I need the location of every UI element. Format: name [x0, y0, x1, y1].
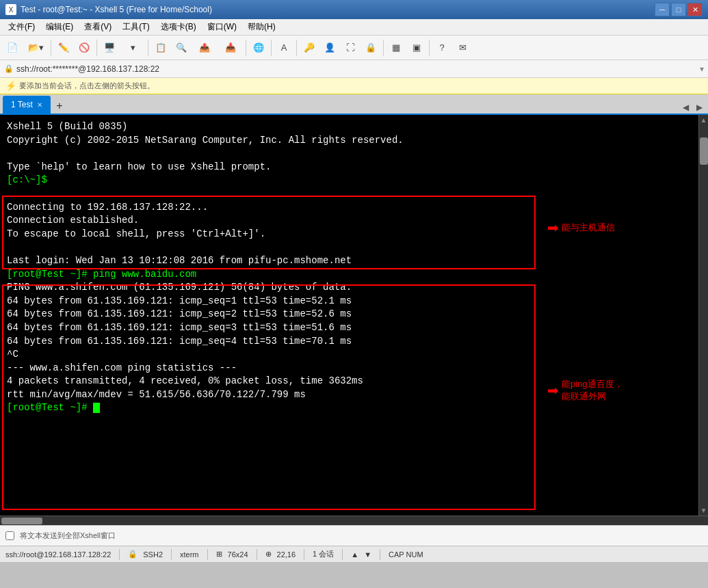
close-button[interactable]: ✕: [687, 3, 703, 16]
t-line-16: 64 bytes from 61.135.169.121: icmp_seq=4…: [7, 336, 352, 347]
status-sep-5: [304, 549, 304, 560]
status-lock-icon: 🔒: [128, 550, 137, 559]
annotation-ping: ➡ 能ping通百度， 能联通外网: [547, 378, 623, 403]
status-sep-4: [257, 549, 257, 560]
new-session-button[interactable]: 📄: [3, 38, 22, 57]
monitor-down-button[interactable]: ▾: [120, 38, 145, 57]
status-protocol: SSH2: [143, 550, 163, 559]
address-text: ssh://root:********@192.168.137.128:22: [16, 64, 159, 74]
search-button[interactable]: 🔍: [172, 38, 191, 57]
t-line-20: rtt min/avg/max/mdev = 51.615/56.636/70.…: [7, 389, 306, 400]
annotation-connection: ➡ 能与主机通信: [547, 219, 615, 236]
t-line-12: PING www.a.shifen.com (61.135.169.121) 5…: [7, 282, 352, 293]
tab-1[interactable]: 1 Test ✕: [3, 96, 51, 113]
minimize-button[interactable]: ─: [655, 3, 670, 16]
tab-add-button[interactable]: +: [52, 98, 67, 113]
t-line-4: [c:\~]$: [7, 174, 53, 185]
user-key-button[interactable]: 👤: [320, 38, 339, 57]
info-icon: ⚡: [5, 81, 16, 91]
annotation-text-2b: 能联通外网: [562, 390, 623, 403]
status-size: 76x24: [228, 550, 248, 559]
tab-prev-button[interactable]: ◀: [679, 101, 692, 113]
t-prompt: [root@Test ~]#: [7, 402, 93, 413]
key-button[interactable]: 🔑: [300, 38, 319, 57]
toolbar: 📄 📂▾ ✏️ 🚫 🖥️ ▾ 📋 🔍 📤 📥 🌐 A 🔑 👤 ⛶ 🔒 ▦ ▣ ?…: [0, 36, 708, 60]
terminal[interactable]: Xshell 5 (Build 0835) Copyright (c) 2002…: [0, 115, 698, 420]
address-dropdown[interactable]: ▾: [700, 64, 704, 74]
help-button[interactable]: ?: [432, 38, 451, 57]
menu-view[interactable]: 查看(V): [79, 20, 117, 34]
t-line-11: [root@Test ~]# ping www.baidu.com: [7, 269, 196, 280]
scrollbar-thumb[interactable]: [700, 137, 708, 165]
lock-icon: 🔒: [4, 64, 14, 73]
arrow-right-icon-2: ➡: [547, 382, 559, 399]
t-line-7: Connection established.: [7, 215, 139, 226]
font-button[interactable]: A: [274, 38, 293, 57]
layout2-button[interactable]: ▣: [407, 38, 426, 57]
fullscreen-button[interactable]: ⛶: [341, 38, 360, 57]
info-text: 要添加当前会话，点击左侧的箭头按钮。: [19, 81, 155, 91]
send-button[interactable]: 📤: [192, 38, 217, 57]
horizontal-scrollbar[interactable]: [0, 516, 708, 525]
window-controls: ─ □ ✕: [655, 3, 703, 16]
window-title: Test - root@Test:~ - Xshell 5 (Free for …: [21, 5, 212, 14]
toolbar-sep-2: [96, 40, 97, 56]
status-arrow-up[interactable]: ▲: [351, 550, 358, 559]
maximize-button[interactable]: □: [671, 3, 686, 16]
t-line-19: 4 packets transmitted, 4 received, 0% pa…: [7, 375, 363, 386]
vertical-scrollbar[interactable]: ▲ ▼: [698, 115, 708, 516]
t-line-1: Copyright (c) 2002-2015 NetSarang Comput…: [7, 135, 404, 146]
status-sep-3: [207, 549, 208, 560]
status-cursor: 22,16: [277, 550, 296, 559]
status-bar: ssh://root@192.168.137.128:22 🔒 SSH2 xte…: [0, 546, 708, 562]
t-line-14: 64 bytes from 61.135.169.121: icmp_seq=2…: [7, 308, 352, 319]
menu-help[interactable]: 帮助(H): [242, 20, 281, 34]
tab-1-label: 1 Test: [11, 100, 33, 109]
toolbar-sep-8: [429, 40, 430, 56]
status-term: xterm: [180, 550, 199, 559]
strike-button[interactable]: 🚫: [75, 38, 94, 57]
menu-tools[interactable]: 工具(T): [117, 20, 155, 34]
menu-file[interactable]: 文件(F): [3, 20, 40, 34]
menu-edit[interactable]: 编辑(E): [40, 20, 79, 34]
monitor-button[interactable]: 🖥️: [100, 38, 119, 57]
status-cursor-icon: ⊕: [265, 550, 272, 559]
status-path: ssh://root@192.168.137.128:22: [5, 550, 111, 559]
tab-navigation: ◀ ▶: [679, 101, 705, 113]
t-line-13: 64 bytes from 61.135.169.121: icmp_seq=1…: [7, 295, 352, 306]
pen-button[interactable]: ✏️: [54, 38, 73, 57]
toolbar-sep-5: [271, 40, 272, 56]
menu-bar: 文件(F) 编辑(E) 查看(V) 工具(T) 选项卡(B) 窗口(W) 帮助(…: [0, 19, 708, 36]
menu-tab[interactable]: 选项卡(B): [155, 20, 202, 34]
status-caps: CAP NUM: [389, 550, 423, 559]
scrollbar-h-thumb[interactable]: [1, 518, 42, 524]
send-all-label: 将文本发送到全部Xshell窗口: [20, 531, 116, 541]
t-line-18: --- www.a.shifen.com ping statistics ---: [7, 362, 237, 373]
status-sep-7: [380, 549, 380, 560]
toolbar-sep-7: [383, 40, 384, 56]
tab-next-button[interactable]: ▶: [693, 101, 705, 113]
receive-button[interactable]: 📥: [218, 38, 243, 57]
t-line-10: Last login: Wed Jan 13 10:12:08 2016 fro…: [7, 255, 352, 266]
copy-button[interactable]: 📋: [151, 38, 170, 57]
layout-button[interactable]: ▦: [386, 38, 406, 57]
t-line-15: 64 bytes from 61.135.169.121: icmp_seq=3…: [7, 322, 352, 333]
open-session-button[interactable]: 📂▾: [23, 38, 48, 57]
t-line-3: Type `help' to learn how to use Xshell p…: [7, 161, 271, 172]
menu-window[interactable]: 窗口(W): [202, 20, 242, 34]
annotation-text-1: 能与主机通信: [562, 222, 615, 234]
tab-1-close[interactable]: ✕: [37, 101, 42, 109]
send-all-checkbox[interactable]: [5, 531, 14, 540]
bottom-toolbar: 将文本发送到全部Xshell窗口: [0, 525, 708, 546]
t-line-17: ^C: [7, 349, 18, 360]
status-sep-6: [342, 549, 343, 560]
compose-button[interactable]: ✉: [453, 38, 472, 57]
toolbar-sep-6: [296, 40, 297, 56]
lock-button[interactable]: 🔒: [361, 38, 380, 57]
status-arrow-down[interactable]: ▼: [364, 550, 371, 559]
tab-bar: 1 Test ✕ + ◀ ▶: [0, 94, 708, 115]
t-line-0: Xshell 5 (Build 0835): [7, 121, 127, 132]
globe-button[interactable]: 🌐: [249, 38, 268, 57]
title-bar: X Test - root@Test:~ - Xshell 5 (Free fo…: [0, 0, 708, 19]
toolbar-sep-3: [148, 40, 148, 56]
